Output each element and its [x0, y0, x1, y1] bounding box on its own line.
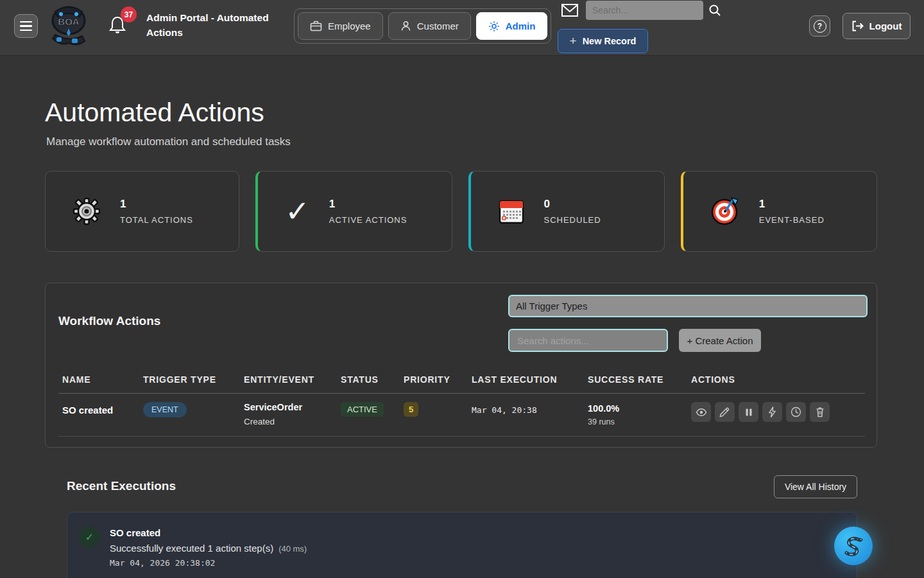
logout-label: Logout [869, 21, 902, 31]
last-execution-time: Mar 04, 20:38 [472, 402, 588, 415]
action-name: SO created [62, 402, 143, 416]
logout-icon [851, 21, 864, 31]
gear-icon [73, 197, 101, 225]
execution-duration: (40 ms) [278, 544, 307, 554]
runs-count: 39 runs [588, 417, 691, 426]
hamburger-menu-button[interactable] [14, 14, 38, 38]
question-mark-icon: ? [814, 20, 826, 33]
gear-icon [488, 21, 500, 32]
stat-value: 1 [759, 198, 825, 211]
new-record-label: New Record [583, 36, 637, 46]
delete-action-button[interactable] [810, 402, 830, 422]
stat-card-event-based: 1 EVENT-BASED [681, 171, 877, 252]
logout-button[interactable]: Logout [843, 13, 911, 39]
col-header-priority: PRIORITY [404, 374, 472, 385]
eye-icon [696, 407, 707, 418]
stat-label: TOTAL ACTIONS [120, 215, 193, 225]
calendar-icon [498, 197, 525, 225]
col-header-status: STATUS [341, 374, 404, 385]
status-badge: ACTIVE [341, 402, 384, 417]
stat-label: SCHEDULED [544, 215, 601, 225]
action-search-input[interactable] [508, 329, 668, 352]
messages-button[interactable] [561, 3, 579, 18]
event-name: Created [244, 417, 341, 426]
svg-text:BOA: BOA [58, 16, 80, 27]
page-title: Automated Actions [45, 98, 264, 128]
col-header-trigger-type: TRIGGER TYPE [143, 374, 244, 385]
view-action-button[interactable] [691, 402, 711, 422]
stat-value: 0 [544, 198, 601, 211]
trigger-type-select[interactable]: All Trigger Types [508, 295, 868, 317]
person-icon [400, 21, 411, 31]
pencil-icon [719, 407, 730, 417]
lightning-icon [767, 407, 777, 417]
edit-action-button[interactable] [715, 402, 735, 422]
notification-count-badge: 37 [121, 6, 137, 22]
assistant-chat-button[interactable] [834, 527, 873, 565]
execution-name: SO created [110, 527, 160, 538]
stat-card-scheduled: 0 SCHEDULED [468, 171, 665, 252]
entity-name: ServiceOrder [244, 402, 341, 412]
table-header-row: NAME TRIGGER TYPE ENTITY/EVENT STATUS PR… [58, 374, 865, 394]
tab-label: Employee [328, 21, 371, 31]
row-actions [691, 402, 865, 422]
search-icon[interactable] [708, 4, 721, 17]
col-header-last-execution: LAST EXECUTION [472, 374, 588, 385]
tab-label: Admin [506, 21, 536, 31]
tab-admin[interactable]: Admin [476, 12, 548, 40]
clock-icon [791, 407, 801, 417]
success-rate: 100.0% [588, 402, 691, 414]
tab-label: Customer [417, 21, 459, 31]
stat-card-total-actions: 1 TOTAL ACTIONS [45, 171, 239, 252]
checkmark-icon: ✓ [285, 197, 310, 226]
history-action-button[interactable] [786, 402, 806, 422]
top-navbar: BOA 37 Admin Portal - Automated Actions … [0, 0, 924, 56]
workflow-actions-table: NAME TRIGGER TYPE ENTITY/EVENT STATUS PR… [58, 374, 865, 437]
stat-label: ACTIVE ACTIONS [329, 215, 407, 225]
page-subtitle: Manage workflow automation and scheduled… [46, 136, 291, 148]
pause-action-button[interactable] [739, 402, 758, 422]
workflow-actions-heading: Workflow Actions [58, 314, 160, 328]
success-check-icon: ✓ [79, 527, 100, 548]
notifications-button[interactable]: 37 [109, 15, 126, 35]
col-header-success-rate: SUCCESS RATE [588, 374, 691, 385]
execute-action-button[interactable] [762, 402, 782, 422]
target-icon [710, 197, 740, 226]
table-row: SO created EVENT ServiceOrder Created AC… [58, 394, 865, 437]
execution-timestamp: Mar 04, 2026 20:38:02 [110, 558, 215, 568]
snake-icon [842, 534, 865, 557]
tab-employee[interactable]: Employee [298, 12, 383, 40]
portal-tab-group: Employee Customer Admin [294, 8, 551, 44]
trigger-type-badge: EVENT [143, 402, 187, 417]
execution-message: Successfully executed 1 action step(s)(4… [110, 543, 307, 554]
envelope-icon [561, 3, 579, 18]
create-action-button[interactable]: + Create Action [679, 329, 761, 352]
stats-row: 1 TOTAL ACTIONS ✓ 1 ACTIVE ACTIONS 0 SCH… [45, 171, 877, 252]
view-all-history-button[interactable]: View All History [774, 475, 857, 498]
boa-logo: BOA [50, 5, 87, 46]
trash-icon [815, 407, 825, 417]
execution-item: ✓ SO created Successfully executed 1 act… [67, 512, 857, 578]
stat-card-active-actions: ✓ 1 ACTIVE ACTIONS [255, 171, 452, 252]
pause-icon [744, 408, 753, 417]
help-button[interactable]: ? [809, 15, 830, 37]
plus-icon: + [570, 34, 577, 48]
col-header-entity-event: ENTITY/EVENT [244, 374, 341, 385]
stat-value: 1 [329, 198, 407, 211]
tab-customer[interactable]: Customer [388, 12, 471, 40]
col-header-name: NAME [62, 374, 143, 385]
workflow-actions-panel: Workflow Actions All Trigger Types + Cre… [45, 283, 877, 448]
recent-executions-heading: Recent Executions [67, 479, 176, 493]
stat-label: EVENT-BASED [759, 215, 825, 225]
global-search-input[interactable] [586, 1, 703, 20]
app-title: Admin Portal - Automated Actions [146, 10, 281, 40]
stat-value: 1 [120, 198, 193, 211]
priority-badge: 5 [404, 402, 418, 417]
col-header-actions: ACTIONS [691, 374, 865, 385]
new-record-button[interactable]: + New Record [558, 29, 648, 53]
briefcase-icon [310, 21, 322, 31]
